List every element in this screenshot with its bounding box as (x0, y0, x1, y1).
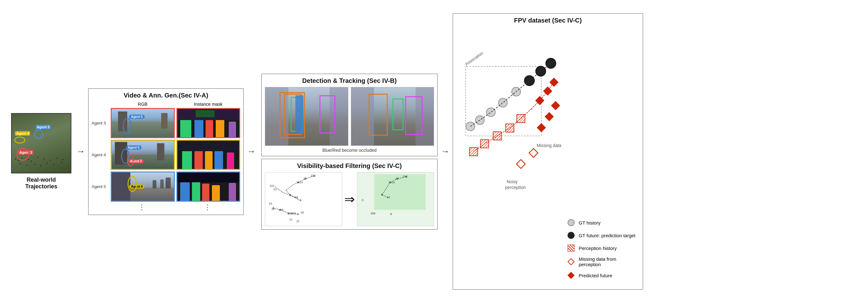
svg-text:18: 18 (301, 211, 304, 214)
det-image-2 (351, 87, 434, 146)
svg-text:Noisy: Noisy (507, 179, 518, 184)
legend-gt-future-label: GT future: prediction target (579, 233, 636, 238)
svg-rect-49 (469, 148, 478, 156)
diamond-filled-icon (567, 272, 575, 279)
svg-text:Missing data: Missing data (537, 143, 561, 148)
legend-missing-data-icon (567, 257, 576, 266)
legend-gt-history: GT history (567, 218, 640, 227)
big-arrow: ⇒ (344, 192, 355, 206)
agent4-ellipse (14, 137, 25, 143)
legend-perception-history-icon (567, 244, 576, 252)
fpv-title: FPV dataset (Sec IV-C) (456, 17, 640, 24)
agent3-row-label: Agent 3 (92, 121, 109, 126)
svg-point-37 (381, 194, 382, 195)
circle-black-icon (567, 232, 575, 239)
agent3-rgb: Agent 5 (111, 108, 175, 138)
svg-point-42 (475, 116, 485, 125)
scatter-svg-1: 273 25 1414 221 10 5 3 6 24 23 218 220 4… (265, 172, 342, 226)
svg-rect-53 (517, 114, 525, 122)
det-track-title: Detection & Tracking (Sec IV-B) (265, 77, 434, 84)
svg-text:6: 6 (300, 198, 302, 201)
bbox-orange-2 (369, 94, 388, 136)
vis-filter-title: Visibility-based Filtering (Sec IV-C) (265, 162, 434, 170)
svg-marker-56 (537, 123, 546, 132)
svg-text:221: 221 (270, 184, 274, 187)
real-world-section: Agent 4 Agent 5 Agent 3 Real-worldTrajec… (9, 113, 73, 190)
legend-gt-future-icon (567, 231, 576, 240)
svg-point-46 (524, 76, 534, 86)
svg-point-22 (273, 207, 274, 208)
arrow-to-fpv: → (441, 146, 450, 157)
diamond-outline-icon (567, 258, 575, 266)
svg-point-36 (389, 182, 391, 183)
svg-text:1414: 1414 (296, 181, 303, 184)
agent5-tag-a4: Agent 5 (126, 145, 142, 149)
col-spacer (92, 102, 109, 107)
scatter-plot-1: 273 25 1414 221 10 5 3 6 24 23 218 220 4… (265, 172, 342, 226)
agent3-row: Agent 3 Agent 5 (92, 108, 240, 138)
svg-point-34 (405, 176, 407, 177)
agent3-mask-scene (177, 109, 240, 137)
agent5-rw-label: Agent 5 (35, 125, 51, 129)
det-images-row: ▼ ▼ (265, 87, 434, 146)
agent5-mask-scene (177, 172, 240, 201)
svg-point-17 (313, 175, 315, 176)
svg-text:3: 3 (388, 195, 390, 198)
agent4-mask (176, 140, 241, 170)
crowd-person (20, 163, 21, 164)
crowd-person (50, 160, 51, 161)
crowd-person (15, 158, 16, 160)
agent4-row-label: Agent 4 (92, 153, 109, 157)
agent5-circle-a3 (123, 118, 132, 134)
scatter-plot-2: 273 25 1414 5 3 3 409 8 (357, 172, 434, 226)
legend-predicted-future-icon (567, 271, 576, 280)
svg-text:21: 21 (289, 218, 292, 221)
fpv-legend: GT history GT future: prediction target … (567, 27, 640, 286)
crowd-person (56, 158, 57, 159)
svg-point-19 (298, 182, 299, 183)
legend-missing-data-label: Missing data from perception (579, 256, 640, 267)
agent3-mask (176, 108, 241, 138)
arrow-to-video: → (76, 146, 85, 157)
crowd-person (26, 165, 27, 166)
hatch-red-icon (567, 245, 575, 252)
agent4-ellipse-a5 (127, 176, 137, 192)
svg-marker-54 (517, 160, 525, 168)
scatter-svg-2: 273 25 1414 5 3 3 409 8 (357, 172, 434, 226)
legend-gt-history-label: GT history (579, 220, 600, 225)
bbox-green-2 (393, 99, 404, 130)
svg-point-44 (498, 99, 507, 107)
real-world-image: Agent 4 Agent 5 Agent 3 (11, 113, 71, 173)
crowd-person (46, 163, 48, 164)
vis-filter-section: Visibility-based Filtering (Sec IV-C) 27… (261, 159, 437, 230)
dots-left: ⋮ (109, 203, 175, 212)
agent5-tag-a3: Agent 5 (129, 115, 145, 119)
col-headers: RGB Instance mask (92, 102, 240, 107)
svg-text:24: 24 (269, 202, 272, 205)
svg-marker-57 (545, 112, 554, 121)
agent3-rgb-scene: Agent 5 (112, 109, 174, 137)
dots-row: ⋮ ⋮ (92, 203, 240, 212)
crowd-person (61, 162, 62, 163)
fpv-section: FPV dataset (Sec IV-C) Association (453, 13, 643, 290)
legend-gt-future: GT future: prediction target (567, 231, 640, 240)
svg-point-24 (288, 213, 289, 214)
arrow-to-det: → (247, 146, 256, 157)
fpv-chart: Association (456, 27, 563, 286)
svg-rect-52 (506, 124, 514, 132)
crowd-person (40, 165, 41, 166)
svg-marker-55 (529, 149, 538, 158)
crowd-person (53, 164, 54, 165)
bbox-pink-1 (319, 95, 335, 133)
agent3-circle-a4 (127, 154, 134, 166)
crowd-person (18, 160, 19, 161)
svg-text:8: 8 (390, 213, 392, 216)
video-ann-title: Video & Ann. Gen.(Sec IV-A) (92, 92, 240, 99)
svg-marker-60 (543, 87, 552, 95)
svg-rect-50 (480, 140, 489, 148)
det-caption: Blue/Red become occluded (265, 148, 434, 153)
svg-text:perception: perception (505, 185, 526, 190)
vis-content-row: 273 25 1414 221 10 5 3 6 24 23 218 220 4… (265, 172, 434, 226)
rgb-col-label: RGB (111, 102, 175, 107)
svg-text:37: 37 (296, 219, 300, 223)
